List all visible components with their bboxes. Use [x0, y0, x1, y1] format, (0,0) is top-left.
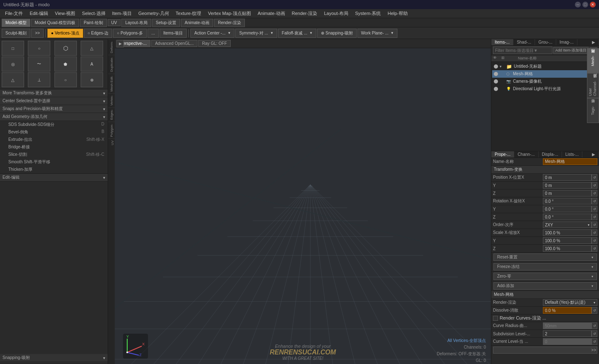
vp-tab-ray[interactable]: Ray GL: OFF	[198, 40, 230, 47]
menu-item[interactable]: Item-项目	[109, 10, 135, 17]
mesh-section-header[interactable]: Mesh-网格	[491, 291, 599, 299]
menu-view[interactable]: View-视图	[52, 10, 79, 17]
tab-channels[interactable]: Chann-...	[514, 151, 538, 157]
snapping-button[interactable]: ⊕ Snapping-吸附	[317, 29, 356, 38]
menu-texture[interactable]: Texture-纹理	[173, 10, 205, 17]
vtab-mesh-right[interactable]: Mesh-网格	[587, 48, 599, 73]
tool-sphere[interactable]: ○	[28, 41, 50, 56]
vtab-tags[interactable]: Tags-标签	[587, 98, 599, 123]
eye-icon-light[interactable]	[494, 87, 498, 91]
tool-cylinder[interactable]: ⬡	[54, 41, 77, 56]
prop-scale-x-reset[interactable]: ↺	[592, 229, 597, 236]
maximize-button[interactable]: □	[582, 2, 588, 7]
tool-torus[interactable]: ○	[54, 72, 77, 87]
add-item-button[interactable]: Add Item-添加项目	[553, 47, 589, 54]
vtab-deform[interactable]: Deform-变形器	[108, 39, 115, 55]
snaps-precision-header[interactable]: Snaps and Precision-吸附和精度	[0, 105, 108, 113]
prop-render-dropdown[interactable]: Default (Yes)-默认(是)	[543, 299, 597, 306]
mode-uv[interactable]: UV	[108, 19, 121, 26]
tab-shaders[interactable]: Shad-...	[513, 39, 535, 45]
vtab-edges[interactable]: Edges-边	[108, 107, 115, 121]
filter-items-input[interactable]	[493, 47, 552, 54]
tab-display[interactable]: Displa-...	[539, 151, 562, 157]
prop-curve-radius-reset[interactable]: ↺	[592, 322, 597, 329]
prop-rot-z-reset[interactable]: ↺	[592, 214, 597, 220]
menu-render[interactable]: Render-渲染	[288, 10, 321, 17]
minimize-button[interactable]: ─	[575, 2, 581, 7]
prop-reset-button[interactable]: Reset-重置	[493, 253, 597, 261]
center-selected-header[interactable]: Center Selected-置中选择	[0, 97, 108, 105]
vtab-polygon[interactable]: Polygon-多边形	[108, 122, 115, 139]
render-curves-chk[interactable]	[493, 316, 498, 321]
vertices-mode-button[interactable]: ● Vertices-顶点	[47, 29, 83, 38]
slice-item[interactable]: Slice-切割 Shift-移-C	[0, 151, 108, 158]
edges-mode-button[interactable]: ○ Edges-边	[84, 29, 113, 38]
tool-capsule[interactable]: ⊕	[81, 72, 103, 87]
tab-images[interactable]: Imag-...	[556, 39, 577, 45]
symmetry-button[interactable]: Symmetry-对 ...	[235, 29, 277, 38]
sculpt-button[interactable]: Sculpt-雕刻	[2, 29, 30, 38]
render-curves-checkbox[interactable]: Render Curves-渲染 ...	[493, 315, 546, 321]
prop-pos-y-value[interactable]: 0 m	[543, 182, 592, 189]
mode-setup[interactable]: Setup-设置	[152, 19, 180, 27]
tree-camera[interactable]: 📷 Camera-摄像机	[492, 78, 598, 85]
prop-name-input[interactable]	[545, 160, 595, 164]
extrude-item[interactable]: Extrude-拉出 Shift-移-X	[0, 136, 108, 143]
viewport-3d[interactable]: X Y Z Enhance the design of your RENRENS…	[115, 48, 491, 364]
menu-help[interactable]: Help-帮助	[385, 10, 411, 17]
mode-model-quad[interactable]: Model Quad-模型四极	[31, 19, 79, 27]
tool-triangle[interactable]: △	[2, 72, 24, 87]
tree-root-untitled[interactable]: ▾ 📁 Untitled-无标题	[492, 63, 598, 70]
add-geometry-header[interactable]: Add Geometry-添加几何	[0, 113, 108, 121]
tab-properties[interactable]: Prope-...	[491, 151, 514, 157]
menu-file[interactable]: File-文件	[2, 10, 26, 17]
items-mode-button[interactable]: Items-项目	[160, 29, 187, 38]
close-button[interactable]: ✕	[590, 2, 596, 7]
prop-scale-z-reset[interactable]: ↺	[592, 245, 597, 252]
tool-box[interactable]: □	[2, 41, 24, 56]
prop-scale-y-reset[interactable]: ↺	[592, 237, 597, 244]
prop-add-button[interactable]: Add-添加	[493, 282, 597, 290]
prop-pos-x-reset[interactable]: ↺	[592, 174, 597, 181]
prop-pos-z-reset[interactable]: ↺	[592, 190, 597, 197]
vp-btn-more[interactable]: ▶	[116, 40, 124, 47]
prop-scale-y-value[interactable]: 100.0 %	[543, 237, 592, 244]
prop-dissolve-value[interactable]: 0.0 %	[543, 307, 592, 314]
vtab-vertex[interactable]: Vertex-顶点	[108, 93, 115, 107]
tab-extra[interactable]: ▶	[589, 39, 599, 45]
prop-order-reset[interactable]: ↺	[592, 221, 597, 228]
edit-header[interactable]: Edit-编辑	[0, 174, 108, 182]
sculpt-more-button[interactable]: >>	[31, 29, 44, 38]
prop-order-dropdown[interactable]: ZXY	[543, 221, 592, 228]
mode-more-button[interactable]: ...	[148, 29, 158, 38]
vtab-uv[interactable]: UV	[108, 138, 115, 147]
tab-lists[interactable]: Lists-...	[562, 151, 582, 157]
prop-name-value[interactable]	[543, 158, 597, 165]
tree-mesh[interactable]: ⬡ Mesh-网格	[492, 70, 598, 78]
mode-animate[interactable]: Animate-动画	[181, 19, 213, 27]
tree-light[interactable]: 💡 Directional Light-平行光源	[492, 85, 598, 93]
mode-paint[interactable]: Paint-绘制	[80, 19, 106, 27]
prop-rot-x-value[interactable]: 0.0 °	[543, 198, 592, 204]
prop-pos-y-reset[interactable]: ↺	[592, 182, 597, 189]
prop-pos-x-value[interactable]: 0 m	[543, 174, 592, 181]
falloff-button[interactable]: Falloff-衰减 ...	[278, 29, 316, 38]
tool-disc[interactable]: ⬟	[54, 57, 77, 71]
eye-icon-camera[interactable]	[494, 79, 498, 84]
mode-render[interactable]: Render-渲染	[214, 19, 245, 27]
menu-select[interactable]: Select-选择	[79, 10, 108, 17]
vtab-mesh-edit[interactable]: Mesh Edit-网格编辑	[108, 74, 115, 93]
tool-plane[interactable]: ⊥	[28, 72, 50, 87]
snapping-header[interactable]: Snapping-吸附	[0, 354, 108, 362]
eye-icon-root[interactable]	[494, 64, 498, 69]
prop-subdiv-reset[interactable]: ↺	[592, 330, 597, 337]
eye-icon-mesh[interactable]	[494, 72, 498, 76]
menu-geometry[interactable]: Geometry-几何	[135, 10, 173, 17]
tab-groups[interactable]: Grou-...	[535, 39, 556, 45]
menu-animate[interactable]: Animate-动画	[254, 10, 288, 17]
prop-zero-button[interactable]: Zero-零	[493, 273, 597, 280]
bevel-item[interactable]: Bevel-倒角 B	[0, 128, 108, 136]
menu-edit[interactable]: Edit-编辑	[26, 10, 52, 17]
menu-layout[interactable]: Layout-布局	[320, 10, 352, 17]
thicken-item[interactable]: Thicken-加厚	[0, 166, 108, 173]
